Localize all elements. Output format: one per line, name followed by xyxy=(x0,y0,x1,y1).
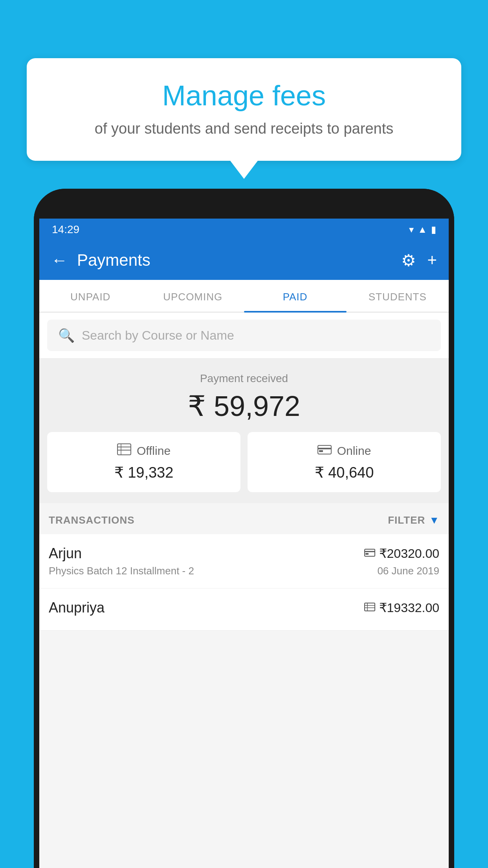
tab-students[interactable]: STUDENTS xyxy=(347,280,449,312)
student-name: Arjun xyxy=(49,545,82,562)
svg-rect-9 xyxy=(365,553,369,555)
transaction-amount: ₹20320.00 xyxy=(379,546,439,561)
svg-rect-10 xyxy=(365,603,375,611)
app-bar: ← Payments ⚙ + xyxy=(39,241,449,280)
online-label: Online xyxy=(337,444,371,458)
tooltip-card: Manage fees of your students and send re… xyxy=(27,58,461,161)
phone-notch xyxy=(220,197,268,211)
offline-label: Offline xyxy=(137,444,171,458)
offline-payment-icon xyxy=(117,443,131,458)
transaction-bottom: Physics Batch 12 Installment - 2 06 June… xyxy=(49,565,439,577)
transactions-label: TRANSACTIONS xyxy=(49,514,135,526)
tab-paid[interactable]: PAID xyxy=(244,280,347,312)
transaction-row[interactable]: Anupriya ₹19332.00 xyxy=(39,588,449,631)
tabs-bar: UNPAID UPCOMING PAID STUDENTS xyxy=(39,280,449,313)
phone-screen: 14:29 ▾ ▲ ▮ ← Payments ⚙ + UNPAID UPCOMI… xyxy=(39,219,449,868)
payment-cards: Offline ₹ 19,332 xyxy=(47,432,441,492)
offline-card-header: Offline xyxy=(55,443,233,458)
battery-icon: ▮ xyxy=(431,224,436,235)
phone-frame: 14:29 ▾ ▲ ▮ ← Payments ⚙ + UNPAID UPCOMI… xyxy=(34,189,454,868)
online-card-header: Online xyxy=(255,443,433,458)
app-title: Payments xyxy=(77,251,392,270)
payment-summary: Payment received ₹ 59,972 xyxy=(39,358,449,503)
transaction-row[interactable]: Arjun ₹20320.00 Physics Batch 12 Install… xyxy=(39,534,449,588)
payment-total: ₹ 59,972 xyxy=(47,390,441,423)
svg-rect-0 xyxy=(117,444,131,455)
online-pay-icon xyxy=(364,547,375,560)
transaction-top: Anupriya ₹19332.00 xyxy=(49,600,439,616)
tab-upcoming[interactable]: UPCOMING xyxy=(142,280,244,312)
online-payment-icon xyxy=(317,443,332,458)
svg-rect-4 xyxy=(318,445,331,454)
transaction-top: Arjun ₹20320.00 xyxy=(49,545,439,562)
app-bar-actions: ⚙ + xyxy=(401,251,437,270)
search-container: 🔍 Search by Course or Name xyxy=(39,313,449,358)
search-input[interactable]: Search by Course or Name xyxy=(82,328,234,343)
signal-icon: ▲ xyxy=(418,224,427,235)
svg-rect-7 xyxy=(365,549,375,556)
tooltip-subtitle: of your students and send receipts to pa… xyxy=(50,120,438,137)
offline-amount: ₹ 19,332 xyxy=(55,464,233,481)
status-icons: ▾ ▲ ▮ xyxy=(409,224,436,235)
status-time: 14:29 xyxy=(52,223,79,236)
payment-received-label: Payment received xyxy=(47,372,441,385)
offline-card: Offline ₹ 19,332 xyxy=(47,432,240,492)
transactions-header: TRANSACTIONS FILTER ▼ xyxy=(39,503,449,534)
filter-label: FILTER xyxy=(388,514,425,526)
date-info: 06 June 2019 xyxy=(377,565,439,577)
wifi-icon: ▾ xyxy=(409,224,414,235)
status-bar: 14:29 ▾ ▲ ▮ xyxy=(39,219,449,241)
phone-notch-area xyxy=(34,189,454,219)
back-button[interactable]: ← xyxy=(51,251,68,270)
filter-icon: ▼ xyxy=(429,514,439,526)
transaction-amount: ₹19332.00 xyxy=(379,600,439,615)
student-name: Anupriya xyxy=(49,600,105,616)
amount-area: ₹19332.00 xyxy=(364,600,439,615)
online-card: Online ₹ 40,640 xyxy=(248,432,441,492)
course-info: Physics Batch 12 Installment - 2 xyxy=(49,565,194,577)
filter-button[interactable]: FILTER ▼ xyxy=(388,514,439,526)
search-box[interactable]: 🔍 Search by Course or Name xyxy=(47,320,441,351)
settings-icon[interactable]: ⚙ xyxy=(401,251,416,270)
add-payment-icon[interactable]: + xyxy=(427,251,437,270)
tooltip-title: Manage fees xyxy=(50,79,438,112)
svg-rect-6 xyxy=(319,450,323,452)
offline-pay-icon xyxy=(364,601,375,614)
online-amount: ₹ 40,640 xyxy=(255,464,433,481)
search-icon: 🔍 xyxy=(58,327,75,343)
tab-unpaid[interactable]: UNPAID xyxy=(39,280,142,312)
amount-area: ₹20320.00 xyxy=(364,546,439,561)
